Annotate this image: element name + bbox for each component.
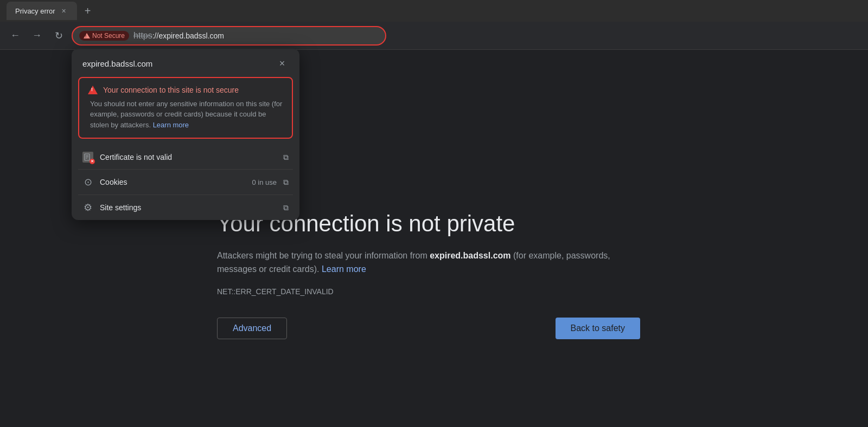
warning-icon (88, 86, 98, 94)
new-tab-button[interactable]: + (80, 3, 95, 18)
active-tab[interactable]: Privacy error × (7, 2, 77, 20)
certificate-label: Certificate is not valid (100, 153, 277, 161)
certificate-external-link[interactable]: ⧉ (283, 153, 289, 162)
certificate-row[interactable]: ✕ Certificate is not valid ⧉ (78, 145, 293, 170)
advanced-button[interactable]: Advanced (217, 318, 287, 339)
site-settings-external-link[interactable]: ⧉ (283, 203, 289, 212)
dropdown-learn-more-link[interactable]: Learn more (153, 121, 189, 129)
browser-titlebar: Privacy error × + (0, 0, 868, 22)
dropdown-header: expired.badssl.com × (72, 49, 299, 77)
url-display: https://expired.badssl.com (133, 31, 224, 41)
url-https: https (133, 31, 152, 40)
dropdown-site-name: expired.badssl.com (82, 59, 152, 68)
cookies-row[interactable]: ⊙ Cookies 0 in use ⧉ (78, 170, 293, 195)
cookies-label: Cookies (100, 178, 245, 186)
page-learn-more-link[interactable]: Learn more (322, 264, 366, 274)
url-rest: ://expired.badssl.com (152, 31, 224, 40)
security-warning-section: Your connection to this site is not secu… (78, 77, 293, 139)
back-button[interactable]: ← (7, 27, 24, 44)
warning-triangle-icon (84, 33, 90, 38)
dropdown-close-button[interactable]: × (276, 57, 289, 70)
site-settings-label: Site settings (100, 203, 277, 212)
cookies-icon: ⊙ (82, 176, 93, 188)
error-code: NET::ERR_CERT_DATE_INVALID (217, 287, 334, 296)
security-warning-header: Your connection to this site is not secu… (88, 86, 283, 94)
site-settings-icon: ⚙ (82, 202, 93, 214)
address-bar[interactable]: Not Secure https://expired.badssl.com (72, 26, 386, 46)
back-to-safety-button[interactable]: Back to safety (556, 318, 641, 339)
forward-button[interactable]: → (28, 27, 46, 44)
tab-close-button[interactable]: × (60, 7, 68, 15)
security-warning-body: You should not enter any sensitive infor… (88, 99, 283, 131)
tab-strip: Privacy error × + (7, 2, 95, 20)
buttons-row: Advanced Back to safety (217, 318, 640, 339)
browser-navbar: ← → ↻ Not Secure https://expired.badssl.… (0, 22, 868, 50)
address-bar-container: Not Secure https://expired.badssl.com ex… (72, 26, 386, 46)
cookies-external-link[interactable]: ⧉ (283, 178, 289, 187)
page-description: Attackers might be trying to steal your … (217, 249, 640, 276)
security-dropdown-panel: expired.badssl.com × Your connection to … (72, 49, 299, 221)
not-secure-badge: Not Secure (79, 31, 129, 41)
site-settings-row[interactable]: ⚙ Site settings ⧉ (78, 195, 293, 220)
security-warning-title: Your connection to this site is not secu… (103, 86, 239, 94)
cookies-badge: 0 in use (252, 178, 277, 186)
reload-button[interactable]: ↻ (50, 27, 67, 44)
not-secure-label: Not Secure (92, 32, 125, 40)
tab-title: Privacy error (15, 7, 55, 15)
certificate-icon: ✕ (82, 152, 93, 163)
